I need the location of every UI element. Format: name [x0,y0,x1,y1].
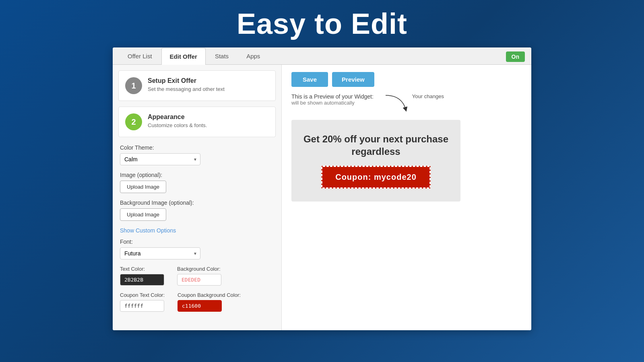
preview-button[interactable]: Preview [332,72,374,87]
widget-title: Get 20% off your next purchase regardles… [301,133,451,158]
tab-offer-list[interactable]: Offer List [119,47,161,64]
content-area: 1 Setup Exit Offer Set the messaging and… [113,65,531,330]
form-area: Color Theme: Calm Bold Warm Cool Image (… [113,137,281,325]
bg-image-label: Background Image (optional): [120,200,274,206]
action-bar: Save Preview [291,72,522,87]
coupon-text-color-label: Coupon Text Color: [120,292,165,298]
coupon-color-row: Coupon Text Color: ffffff Coupon Backgro… [120,292,274,312]
coupon-text: Coupon: mycode20 [335,173,417,181]
your-changes-label: Your changes [412,93,444,99]
coupon-bg-color-input[interactable]: c11600 [178,300,222,312]
bg-color-label: Background Color: [177,266,221,272]
text-color-input[interactable]: 2B2B2B [120,274,164,286]
text-bg-color-row: Text Color: 2B2B2B Background Color: EDE… [120,266,274,286]
image-label: Image (optional): [120,172,274,178]
widget-preview: Get 20% off your next purchase regardles… [291,120,460,202]
step-2-description: Customize colors & fonts. [148,122,207,128]
tab-edit-offer[interactable]: Edit Offer [161,48,206,65]
tab-stats[interactable]: Stats [206,47,237,64]
preview-sublabel-text: will be shown automatically [291,100,374,106]
color-theme-select[interactable]: Calm Bold Warm Cool [120,153,200,165]
bg-image-group: Background Image (optional): Upload Imag… [120,200,274,221]
save-button[interactable]: Save [291,72,328,87]
step-2-text: Appearance Customize colors & fonts. [148,113,207,128]
bg-color-input[interactable]: EDEDED [177,274,221,286]
color-theme-select-wrapper: Calm Bold Warm Cool [120,153,200,165]
left-panel: 1 Setup Exit Offer Set the messaging and… [113,65,282,330]
text-color-group: Text Color: 2B2B2B [120,266,164,286]
font-select-wrapper: Futura Arial Georgia Helvetica [120,247,200,259]
step-1-description: Set the messaging and other text [148,86,225,92]
step-2-circle: 2 [125,113,142,130]
coupon-text-color-group: Coupon Text Color: ffffff [120,292,165,312]
coupon-box: Coupon: mycode20 [321,166,431,189]
step-1-block: 1 Setup Exit Offer Set the messaging and… [118,70,276,101]
upload-image-button[interactable]: Upload Image [120,181,166,193]
bg-color-group: Background Color: EDEDED [177,266,221,286]
step-1-title: Setup Exit Offer [148,77,225,84]
app-window: Offer List Edit Offer Stats Apps On 1 Se… [113,47,531,330]
image-group: Image (optional): Upload Image [120,172,274,193]
color-theme-group: Color Theme: Calm Bold Warm Cool [120,144,274,165]
right-panel: Save Preview This is a Preview of your W… [282,65,531,330]
coupon-text-color-input[interactable]: ffffff [120,300,164,312]
step-1-circle: 1 [125,77,142,94]
tab-apps[interactable]: Apps [238,47,268,64]
step-1-text: Setup Exit Offer Set the messaging and o… [148,77,225,92]
preview-container: Get 20% off your next purchase regardles… [291,120,522,202]
color-theme-label: Color Theme: [120,144,274,151]
font-group: Font: Futura Arial Georgia Helvetica [120,239,274,259]
show-custom-options-link[interactable]: Show Custom Options [120,227,274,234]
font-label: Font: [120,239,274,245]
preview-label-text: This is a Preview of your Widget: [291,93,374,100]
tab-bar: Offer List Edit Offer Stats Apps On [113,47,531,65]
font-select[interactable]: Futura Arial Georgia Helvetica [120,247,200,259]
page-title: Easy to Edit [237,7,407,40]
step-2-block: 2 Appearance Customize colors & fonts. [118,107,276,137]
step-2-title: Appearance [148,113,207,121]
on-badge: On [506,51,525,62]
coupon-bg-color-label: Coupon Background Color: [178,292,241,298]
arrow-icon [382,93,410,113]
coupon-bg-color-group: Coupon Background Color: c11600 [178,292,241,312]
upload-bg-image-button[interactable]: Upload Image [120,208,166,221]
preview-text-area: This is a Preview of your Widget: will b… [291,93,522,113]
text-color-label: Text Color: [120,266,164,272]
